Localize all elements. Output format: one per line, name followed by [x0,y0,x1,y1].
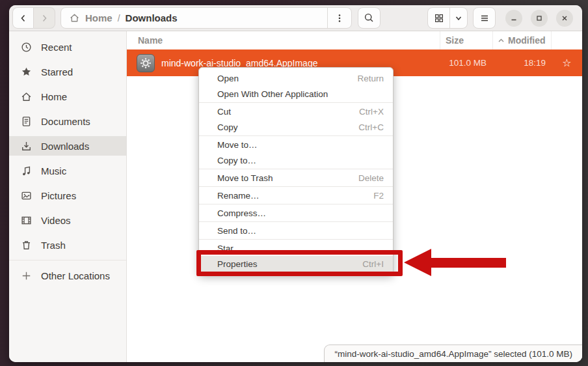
breadcrumb-current[interactable]: Downloads [126,12,178,23]
sidebar-separator [9,260,126,260]
sidebar: Recent Starred Home Documents Downloads [9,31,127,362]
window-controls [505,10,573,27]
search-icon [364,12,375,23]
file-modified: 18:19 [493,58,552,68]
desktop-background: Home / Downloads [0,0,588,366]
sidebar-item-label: Music [41,165,66,176]
sidebar-item-music[interactable]: Music [9,161,126,180]
status-bar: “mind-work-ai-studio_amd64.AppImage” sel… [324,345,582,362]
view-options-button[interactable] [328,8,351,28]
selection-status-text: “mind-work-ai-studio_amd64.AppImage” sel… [335,349,572,359]
menu-item-move-to[interactable]: Move to… [199,137,393,152]
menu-item-cut[interactable]: Cut Ctrl+X [199,104,393,119]
sidebar-item-recent[interactable]: Recent [9,37,126,57]
annotation-highlight-rectangle [196,250,403,276]
menu-separator [199,102,393,103]
sidebar-item-starred[interactable]: Starred [9,62,126,81]
menu-separator [199,135,393,136]
column-header-star [552,31,582,49]
menu-separator [199,169,393,169]
menu-item-copy[interactable]: Copy Ctrl+C [199,119,393,135]
list-header: Name Size Modified [127,31,582,49]
grid-view-button[interactable] [428,8,449,28]
home-icon [21,91,32,102]
sidebar-item-label: Videos [41,215,71,226]
menu-item-compress[interactable]: Compress… [199,205,393,221]
menu-separator [199,221,393,222]
view-dropdown-button[interactable] [449,8,467,28]
minimize-button[interactable] [505,10,522,27]
sidebar-item-label: Home [41,91,67,102]
chevron-down-icon [454,14,463,23]
path-bar[interactable]: Home / Downloads [60,7,352,29]
sidebar-item-home[interactable]: Home [9,87,126,106]
close-button[interactable] [556,10,573,27]
hamburger-menu-button[interactable] [473,7,496,29]
sidebar-item-other-locations[interactable]: Other Locations [9,266,126,285]
back-button[interactable] [12,7,34,29]
minimize-icon [510,14,518,22]
menu-item-send-to[interactable]: Send to… [199,223,393,238]
menu-separator [199,239,393,240]
sidebar-item-videos[interactable]: Videos [9,210,126,230]
annotation-arrow-icon [404,249,431,276]
documents-icon [21,116,32,127]
star-toggle-icon[interactable]: ☆ [552,57,582,69]
back-chevron-icon [18,13,29,23]
sidebar-item-downloads[interactable]: Downloads [9,136,126,156]
column-header-size[interactable]: Size [440,31,493,49]
view-toggle-group [427,7,468,29]
search-button[interactable] [358,7,381,29]
recent-icon [21,42,32,53]
file-size: 101.0 MB [440,58,493,68]
sidebar-item-label: Pictures [41,190,76,201]
hamburger-menu-icon [479,13,490,23]
sidebar-item-label: Starred [41,66,73,77]
sidebar-item-label: Other Locations [41,270,110,281]
sidebar-item-documents[interactable]: Documents [9,111,126,131]
menu-separator [199,186,393,187]
menu-item-copy-to[interactable]: Copy to… [199,152,393,168]
appimage-gear-icon [137,54,155,72]
trash-icon [21,240,32,251]
forward-button[interactable] [34,7,55,29]
downloads-icon [21,141,32,152]
sidebar-item-label: Downloads [41,141,89,152]
column-header-name[interactable]: Name [127,31,440,49]
menu-separator [199,204,393,204]
breadcrumb-home[interactable]: Home [85,12,113,23]
column-header-modified[interactable]: Modified [493,31,552,49]
videos-icon [21,215,32,226]
annotation-arrow-shaft [429,258,506,268]
breadcrumb: Home / Downloads [61,12,327,23]
menu-item-open-with-other-application[interactable]: Open With Other Application [199,86,393,102]
kebab-menu-icon [335,13,344,23]
context-menu: Open Return Open With Other Application … [198,67,394,275]
maximize-icon [535,14,543,22]
sidebar-item-trash[interactable]: Trash [9,235,126,255]
breadcrumb-separator: / [118,13,120,23]
sidebar-item-pictures[interactable]: Pictures [9,186,126,205]
grid-view-icon [434,13,444,23]
menu-item-open[interactable]: Open Return [199,70,393,86]
pictures-icon [21,190,32,201]
plus-icon [21,270,32,281]
nav-buttons [12,7,55,29]
menu-item-move-to-trash[interactable]: Move to Trash Delete [199,170,393,186]
sidebar-item-label: Documents [41,116,90,127]
close-icon [561,14,568,22]
maximize-button[interactable] [531,10,548,27]
sidebar-item-label: Trash [41,240,66,251]
headerbar: Home / Downloads [9,5,582,31]
sidebar-item-label: Recent [41,42,72,53]
menu-item-rename[interactable]: Rename… F2 [199,188,393,203]
starred-icon [21,66,32,77]
sort-ascending-icon [498,37,505,44]
home-icon [69,12,80,23]
music-icon [21,165,32,176]
forward-chevron-icon [39,13,49,23]
